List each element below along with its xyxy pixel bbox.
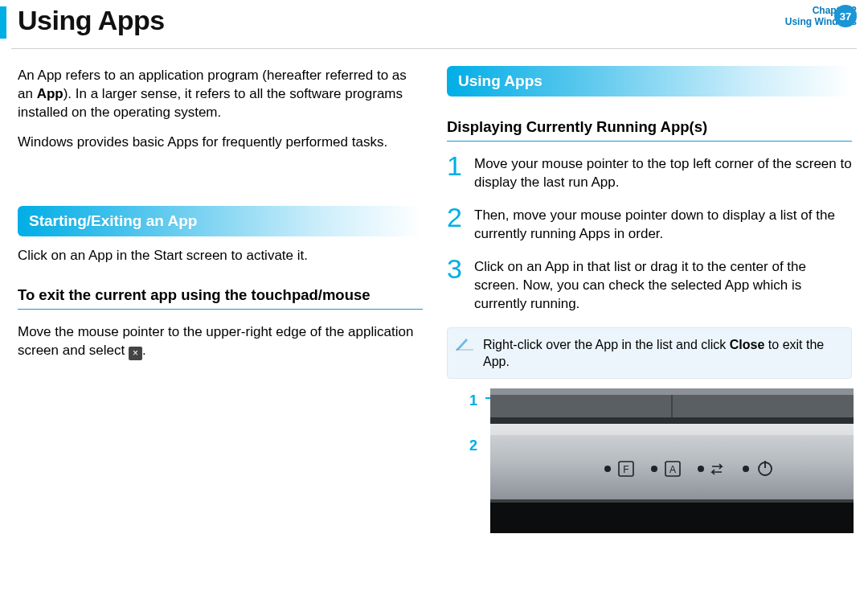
svg-point-12 xyxy=(604,466,611,472)
sub-heading-rule xyxy=(18,309,423,310)
svg-rect-11 xyxy=(490,499,854,503)
page-title: Using Apps xyxy=(18,5,165,36)
left-column: An App refers to an application program … xyxy=(18,66,423,372)
exit-text: Move the mouse pointer to the upper-righ… xyxy=(18,322,423,360)
svg-point-17 xyxy=(743,466,749,472)
svg-rect-5 xyxy=(490,388,854,395)
step-text: Move your mouse pointer to the top left … xyxy=(474,154,852,191)
svg-rect-10 xyxy=(490,499,854,533)
header-accent-bar xyxy=(0,6,6,39)
callout-1-label: 1 xyxy=(469,392,477,410)
section-banner-starting-exiting: Starting/Exiting an App xyxy=(18,206,423,236)
callout-2-label: 2 xyxy=(469,437,477,455)
header-right: Chapter 2 Using Windows 37 xyxy=(785,5,857,27)
note-box: Right-click over the App in the list and… xyxy=(447,327,852,379)
svg-rect-9 xyxy=(490,424,854,435)
step-number: 3 xyxy=(447,257,465,313)
note-icon xyxy=(456,336,475,351)
step-3: 3 Click on an App in that list or drag i… xyxy=(447,257,852,313)
step-number: 1 xyxy=(447,154,465,191)
intro-paragraph-1: An App refers to an application program … xyxy=(18,66,423,121)
sub-heading-rule-2 xyxy=(447,141,852,142)
step-text: Then, move your mouse pointer down to di… xyxy=(474,206,852,243)
device-illustration: 1 2 xyxy=(439,388,852,541)
svg-point-16 xyxy=(698,466,704,472)
intro-paragraph-2: Windows provides basic Apps for frequent… xyxy=(18,133,423,151)
section-banner-using-apps: Using Apps xyxy=(447,66,852,97)
starting-text: Click on an App in the Start screen to a… xyxy=(18,246,423,265)
laptop-svg: F A xyxy=(439,388,854,541)
caps-lock-icon: A xyxy=(669,464,676,475)
svg-rect-7 xyxy=(490,417,854,424)
sub-heading-display-running: Displaying Currently Running App(s) xyxy=(447,117,852,136)
step-2: 2 Then, move your mouse pointer down to … xyxy=(447,206,852,243)
sub-heading-exit: To exit the current app using the touchp… xyxy=(18,285,423,304)
close-icon: × xyxy=(129,347,142,360)
right-column: Using Apps Displaying Currently Running … xyxy=(447,66,852,541)
fn-lock-icon: F xyxy=(623,464,628,475)
step-1: 1 Move your mouse pointer to the top lef… xyxy=(447,154,852,191)
step-number: 2 xyxy=(447,206,465,243)
step-text: Click on an App in that list or drag it … xyxy=(474,257,852,313)
header-rule xyxy=(11,48,857,49)
page-number-badge: 37 xyxy=(834,5,857,27)
svg-point-14 xyxy=(651,466,657,472)
